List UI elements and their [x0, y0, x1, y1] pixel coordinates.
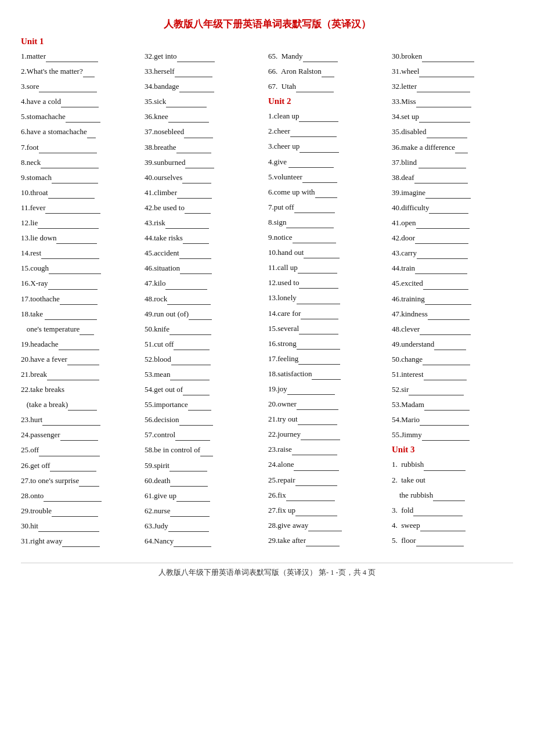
list-item: 46.training: [392, 291, 513, 307]
list-item: 9.stomach: [21, 170, 142, 185]
list-item: 4.have a cold: [21, 94, 142, 109]
list-item: 3. fold: [392, 503, 513, 518]
list-item: 57.control: [145, 427, 266, 442]
list-item: 30.broken: [392, 49, 513, 64]
list-item: 2.cheer: [268, 124, 389, 139]
list-item: 39.imagine: [392, 185, 513, 200]
list-item: the rubbish: [392, 488, 513, 503]
list-item: 5.volunteer: [268, 170, 389, 185]
unit3-heading: Unit 3: [392, 445, 513, 455]
list-item: 2. take out: [392, 473, 513, 488]
list-item: 14.rest: [21, 246, 142, 261]
list-item: 50.change: [392, 352, 513, 367]
list-item: 16.X-ray: [21, 276, 142, 291]
list-item: 3.cheer up: [268, 139, 389, 154]
list-item: one's temperature: [21, 322, 142, 337]
footer: 人教版八年级下册英语单词表默写版（英译汉） 第- 1 -页，共 4 页: [21, 563, 513, 578]
list-item: 44.take risks: [145, 231, 266, 246]
list-item: 60.death: [145, 473, 266, 488]
list-item: 46.situation: [145, 261, 266, 276]
list-item: 59.spirit: [145, 458, 266, 473]
list-item: 38.breathe: [145, 140, 266, 155]
list-item: 16.strong: [268, 336, 389, 351]
list-item: 22.journey: [268, 427, 389, 442]
list-item: 9.notice: [268, 230, 389, 245]
list-item: 45.excited: [392, 276, 513, 291]
list-item: 52.sir: [392, 382, 513, 397]
unit1-heading: Unit 1: [21, 37, 513, 46]
list-item: 1.clean up: [268, 109, 389, 124]
list-item: 62.nurse: [145, 503, 266, 519]
list-item: 19.joy: [268, 381, 389, 397]
list-item: 12.used to: [268, 275, 389, 290]
list-item: 55.Jimmy: [392, 427, 513, 442]
list-item: 34.set up: [392, 109, 513, 124]
list-item: 15.several: [268, 321, 389, 336]
list-item: 53.Madam: [392, 397, 513, 412]
list-item: 40.difficulty: [392, 200, 513, 215]
list-item: 35.disabled: [392, 124, 513, 139]
list-item: 24.alone: [268, 457, 389, 472]
list-item: 20.owner: [268, 397, 389, 412]
list-item: 28.give away: [268, 518, 389, 533]
list-item: 29.take after: [268, 533, 389, 548]
list-item: 32.get into: [145, 49, 266, 64]
list-item: 12.lie: [21, 215, 142, 231]
list-item: 49.understand: [392, 337, 513, 352]
list-item: 5. floor: [392, 533, 513, 548]
list-item: 41.open: [392, 215, 513, 231]
list-item: 51.interest: [392, 367, 513, 382]
list-item: 32.letter: [392, 79, 513, 94]
list-item: 54.get out of: [145, 382, 266, 397]
list-item: 2.What's the matter?: [21, 64, 142, 79]
list-item: 3.sore: [21, 79, 142, 94]
page-title: 人教版八年级下册英语单词表默写版（英译汉）: [21, 17, 513, 31]
list-item: 23.raise: [268, 442, 389, 457]
list-item: 35.sick: [145, 94, 266, 109]
list-item: 18.take: [21, 307, 142, 322]
list-item: 58.be in control of: [145, 442, 266, 458]
list-item: 1. rubbish: [392, 457, 513, 472]
list-item: 65. Mandy: [268, 49, 389, 64]
list-item: 1.matter: [21, 49, 142, 64]
list-item: 47.kilo: [145, 276, 266, 291]
list-item: 31.right away: [21, 534, 142, 549]
list-item: 40.ourselves: [145, 170, 266, 185]
list-item: 42.be used to: [145, 200, 266, 215]
list-item: 42.door: [392, 231, 513, 246]
list-item: 48.rock: [145, 291, 266, 307]
list-item: 4.give: [268, 154, 389, 170]
list-item: 4. sweep: [392, 518, 513, 533]
list-item: 36.knee: [145, 109, 266, 124]
list-item: 28.onto: [21, 488, 142, 503]
list-item: 17.toothache: [21, 291, 142, 307]
list-item: 33.Miss: [392, 94, 513, 109]
list-item: 14.care for: [268, 306, 389, 321]
list-item: 54.Mario: [392, 412, 513, 427]
list-item: 13.lie down: [21, 231, 142, 246]
list-item: 41.climber: [145, 185, 266, 200]
list-item: 31.wheel: [392, 64, 513, 79]
list-item: 24.passenger: [21, 427, 142, 442]
list-item: 25.off: [21, 442, 142, 458]
list-item: 51.cut off: [145, 337, 266, 352]
list-item: 37.blind: [392, 155, 513, 170]
list-item: 20.have a fever: [21, 352, 142, 367]
list-item: 39.sunburned: [145, 155, 266, 170]
list-item: 33.herself: [145, 64, 266, 79]
list-item: 43.carry: [392, 246, 513, 261]
list-item: 66. Aron Ralston: [268, 64, 389, 79]
list-item: 7.put off: [268, 200, 389, 215]
list-item: 30.hit: [21, 519, 142, 534]
list-item: 11.call up: [268, 260, 389, 275]
list-item: 29.trouble: [21, 503, 142, 519]
list-item: 27.fix up: [268, 503, 389, 518]
list-item: 50.knife: [145, 322, 266, 337]
list-item: 38.deaf: [392, 170, 513, 185]
list-item: 8.neck: [21, 155, 142, 170]
list-item: 22.take breaks: [21, 382, 142, 397]
list-item: 26.get off: [21, 458, 142, 473]
list-item: 47.kindness: [392, 307, 513, 322]
list-item: 7.foot: [21, 140, 142, 155]
list-item: 11.fever: [21, 200, 142, 215]
